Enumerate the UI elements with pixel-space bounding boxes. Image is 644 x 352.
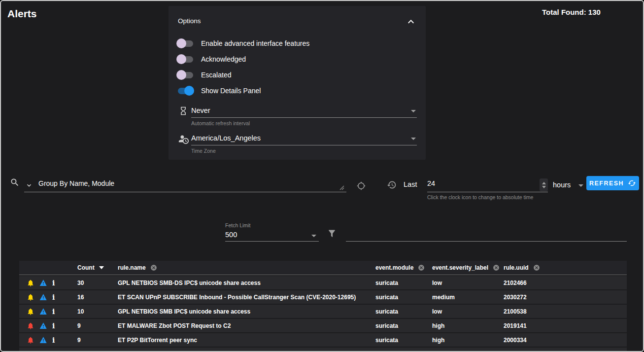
acknowledge-bell-icon[interactable] <box>27 308 34 316</box>
remove-column-icon[interactable] <box>418 264 425 271</box>
duration-input[interactable] <box>427 179 533 187</box>
column-header-rule-name[interactable]: rule.name <box>114 264 372 271</box>
fetch-limit-select[interactable]: 500 <box>225 229 319 242</box>
alerts-table: Count rule.name event.module event.sever… <box>19 261 627 352</box>
table-header-row: Count rule.name event.module event.sever… <box>19 261 627 275</box>
chevron-down-icon <box>411 110 416 112</box>
acknowledge-bell-icon[interactable] <box>27 279 34 287</box>
row-actions: i <box>19 279 74 287</box>
column-header-rule-uuid[interactable]: rule.uuid <box>500 264 627 271</box>
clock-history-icon[interactable] <box>387 180 397 190</box>
timezone-select[interactable]: America/Los_Angeles <box>191 132 417 145</box>
remove-column-icon[interactable] <box>493 264 500 271</box>
toggle-label: Acknowledged <box>201 55 246 63</box>
cell-rule-name: ET MALWARE Zbot POST Request to C2 <box>114 322 372 329</box>
sort-desc-icon[interactable] <box>99 266 104 269</box>
escalate-alert-icon[interactable] <box>39 351 47 352</box>
table-row[interactable]: i 9 GPL SNMP public access udp suricata … <box>19 348 627 352</box>
cell-rule-name: ET P2P BitTorrent peer sync <box>114 337 372 344</box>
chevron-up-icon[interactable] <box>405 16 417 28</box>
cell-count: 9 <box>74 322 114 329</box>
cell-count: 10 <box>74 308 114 315</box>
info-icon[interactable]: i <box>52 308 55 315</box>
filter-icon[interactable] <box>327 229 337 238</box>
escalate-alert-icon[interactable] <box>39 322 47 330</box>
units-select[interactable]: hours <box>553 180 583 191</box>
info-icon[interactable]: i <box>52 337 55 344</box>
toggle-switch[interactable] <box>176 70 194 80</box>
toggle-switch[interactable] <box>176 38 194 48</box>
toggle-escalated[interactable]: Escalated <box>176 67 413 83</box>
column-header-event-module[interactable]: event.module <box>372 264 428 271</box>
chevron-down-icon <box>578 184 583 187</box>
cell-severity: low <box>428 308 500 315</box>
remove-column-icon[interactable] <box>533 264 540 271</box>
cell-severity: high <box>428 337 500 344</box>
cell-rule-uuid: 2019141 <box>500 322 627 329</box>
escalate-alert-icon[interactable] <box>39 336 47 344</box>
toggle-switch[interactable] <box>176 54 194 64</box>
cell-rule-name: GPL NETBIOS SMB IPC$ unicode share acces… <box>114 308 372 315</box>
acknowledge-bell-icon[interactable] <box>27 293 34 301</box>
timezone-hint: Time Zone <box>191 148 216 154</box>
row-actions: i <box>19 322 74 330</box>
refresh-button[interactable]: REFRESH <box>586 176 639 190</box>
table-row[interactable]: i 9 ET P2P BitTorrent peer sync suricata… <box>19 333 627 347</box>
filter-results-field <box>346 228 627 242</box>
cell-event-module: suricata <box>372 337 428 344</box>
number-spinner[interactable] <box>540 178 548 191</box>
toggle-acknowledged[interactable]: Acknowledged <box>176 51 413 67</box>
resize-handle-icon[interactable] <box>339 184 344 190</box>
options-header: Options <box>169 16 426 28</box>
cell-event-module: suricata <box>372 322 428 329</box>
spin-up-icon[interactable] <box>542 182 546 184</box>
cell-count: 9 <box>74 337 114 344</box>
toggle-advanced-features[interactable]: Enable advanced interface features <box>176 35 413 51</box>
cell-severity: medium <box>428 294 500 301</box>
toggle-show-details-panel[interactable]: Show Details Panel <box>176 83 413 99</box>
remove-column-icon[interactable] <box>150 264 157 271</box>
table-row[interactable]: i 16 ET SCAN UPnP SUBSCRIBE Inbound - Po… <box>19 290 627 304</box>
refresh-interval-select[interactable]: Never <box>191 105 417 118</box>
cell-count: 16 <box>74 294 114 301</box>
escalate-alert-icon[interactable] <box>39 279 47 287</box>
info-icon[interactable]: i <box>52 294 55 301</box>
crosshairs-icon[interactable] <box>357 181 366 190</box>
cell-rule-uuid: 2100538 <box>500 308 627 315</box>
spin-down-icon[interactable] <box>542 186 546 188</box>
refresh-interval-value: Never <box>191 106 210 114</box>
cell-rule-name: GPL NETBIOS SMB-DS IPC$ unicode share ac… <box>114 280 372 286</box>
table-row[interactable]: i 9 ET MALWARE Zbot POST Request to C2 s… <box>19 319 627 332</box>
cell-rule-name: ET SCAN UPnP SUBSCRIBE Inbound - Possibl… <box>114 294 372 301</box>
cell-event-module: suricata <box>372 294 428 301</box>
table-row[interactable]: i 30 GPL NETBIOS SMB-DS IPC$ unicode sha… <box>19 276 627 289</box>
fetch-limit-value: 500 <box>225 231 237 239</box>
cell-rule-uuid: 2102466 <box>500 280 627 286</box>
column-header-severity[interactable]: event.severity_label <box>428 264 500 271</box>
refresh-icon <box>628 179 636 187</box>
escalate-alert-icon[interactable] <box>39 293 47 301</box>
info-icon[interactable]: i <box>52 280 55 286</box>
table-row[interactable]: i 10 GPL NETBIOS SMB IPC$ unicode share … <box>19 305 627 318</box>
toggle-label: Show Details Panel <box>201 87 261 95</box>
hourglass-icon <box>178 106 188 116</box>
search-query-field: Group By Name, Module <box>24 178 346 192</box>
fetch-limit-label: Fetch Limit <box>225 222 250 228</box>
options-panel: Options Enable advanced interface featur… <box>169 6 426 160</box>
info-icon[interactable]: i <box>52 322 55 329</box>
time-hint: Click the clock icon to change to absolu… <box>427 194 533 200</box>
options-title: Options <box>178 17 201 25</box>
units-value: hours <box>553 181 571 189</box>
acknowledge-bell-icon[interactable] <box>27 322 34 330</box>
search-query-input[interactable]: Group By Name, Module <box>38 179 329 190</box>
escalate-alert-icon[interactable] <box>39 308 47 316</box>
acknowledge-bell-icon[interactable] <box>27 336 34 344</box>
chevron-down-icon <box>311 235 316 237</box>
search-icon <box>10 177 20 187</box>
cell-event-module: suricata <box>372 280 428 286</box>
toggle-switch[interactable] <box>176 86 194 96</box>
filter-results-input[interactable] <box>346 228 627 240</box>
column-header-count[interactable]: Count <box>74 264 114 271</box>
acknowledge-bell-icon[interactable] <box>27 351 34 352</box>
row-actions: i <box>19 336 74 344</box>
